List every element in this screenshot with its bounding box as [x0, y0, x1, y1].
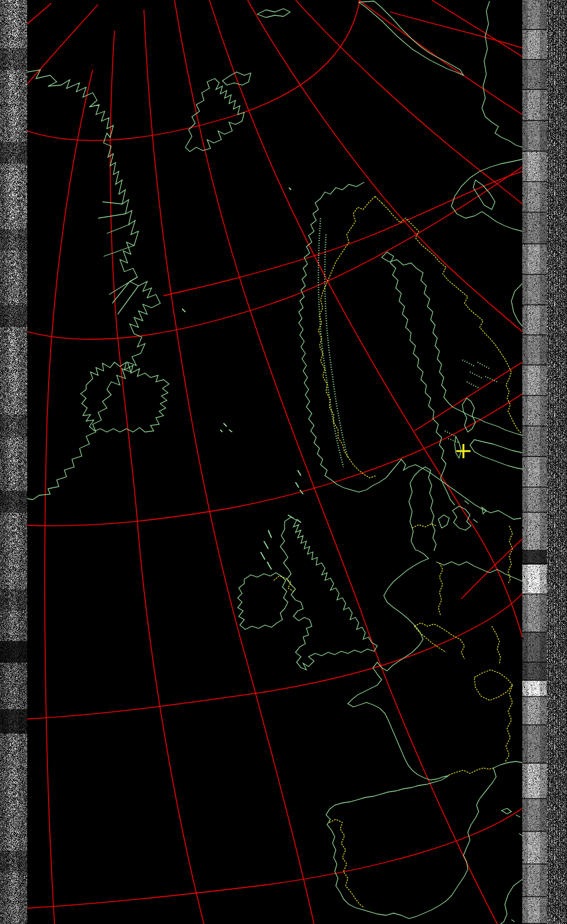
- apt-satellite-image: [0, 0, 567, 924]
- map-background: [27, 0, 522, 924]
- map-overlay: [0, 0, 567, 924]
